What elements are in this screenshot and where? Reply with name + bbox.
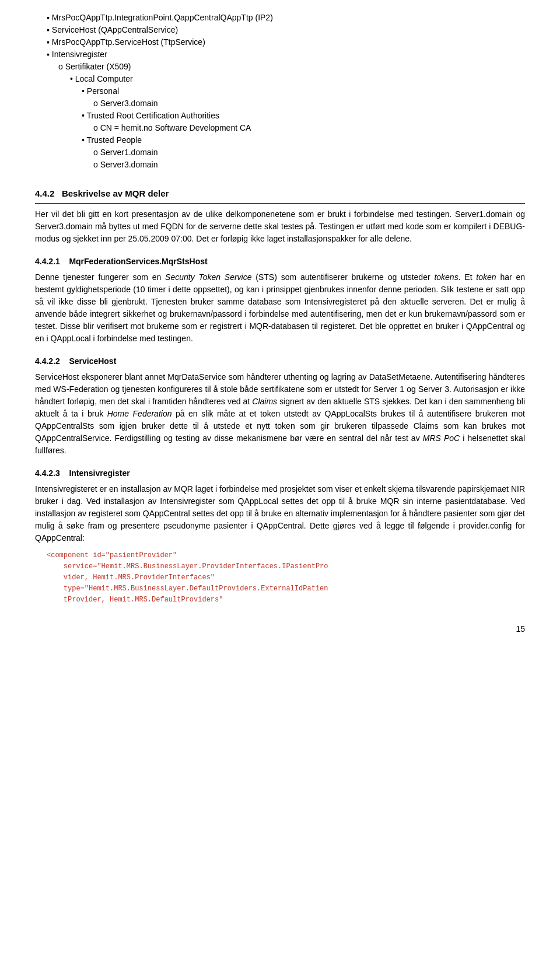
- bullet-item-4: Intensivregister: [35, 48, 525, 61]
- bullet-item-8: Server3.domain: [35, 97, 525, 110]
- bullet-item-11: Trusted People: [35, 134, 525, 146]
- section-intro-para: Her vil det bli gitt en kort presentasjo…: [35, 208, 525, 245]
- subsection-heading-4421: 4.4.2.1 MqrFederationServices.MqrStsHost: [35, 256, 525, 268]
- bullet-item-10: CN = hemit.no Software Development CA: [35, 122, 525, 134]
- bullet-item-1: MrsPocQAppTtp.IntegrationPoint.QappCentr…: [35, 12, 525, 24]
- bullet-item-6: Local Computer: [35, 73, 525, 85]
- section-heading-442: 4.4.2 Beskrivelse av MQR deler: [35, 187, 525, 204]
- sub1-para1: Denne tjenester fungerer som en Security…: [35, 271, 525, 345]
- bullet-item-5: Sertifikater (X509): [35, 61, 525, 73]
- sub2-para1: ServiceHost eksponerer blant annet MqrDa…: [35, 371, 525, 457]
- bullet-item-13: Server3.domain: [35, 159, 525, 171]
- subsection-heading-4422: 4.4.2.2 ServiceHost: [35, 355, 525, 368]
- bullet-item-2: ServiceHost (QAppCentralService): [35, 24, 525, 36]
- bullet-item-9: Trusted Root Certification Authorities: [35, 110, 525, 122]
- bullet-item-7: Personal: [35, 85, 525, 97]
- page-number: 15: [35, 623, 525, 635]
- intro-bullets: MrsPocQAppTtp.IntegrationPoint.QappCentr…: [35, 12, 525, 171]
- sub3-para1: Intensivregisteret er en installasjon av…: [35, 483, 525, 544]
- code-block: <component id="pasientProvider" service=…: [35, 550, 525, 606]
- bullet-item-3: MrsPocQAppTtp.ServiceHost (TtpService): [35, 36, 525, 48]
- subsection-heading-4423: 4.4.2.3 Intensivregister: [35, 467, 525, 480]
- bullet-item-12: Server1.domain: [35, 146, 525, 159]
